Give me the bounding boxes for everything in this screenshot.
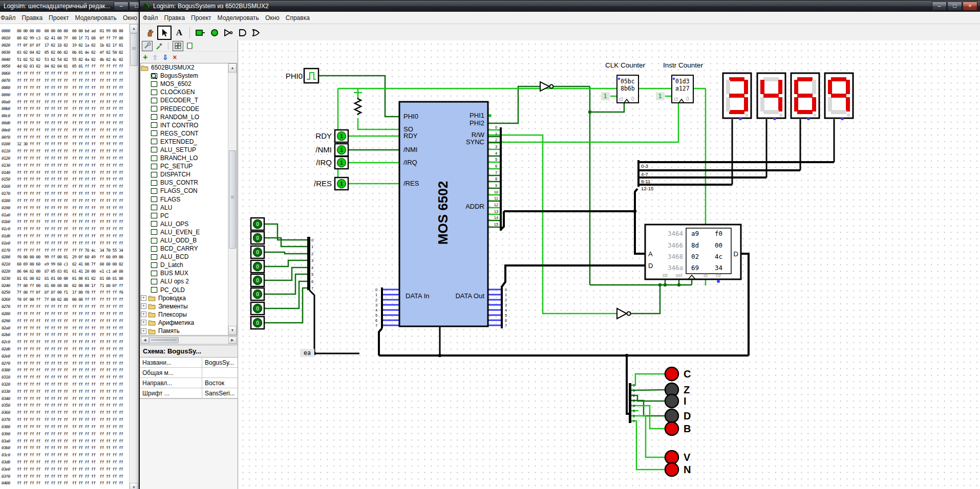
hex-row[interactable]: 022086 04 82 00 87 05 83 01 61 41 20 00 … [0, 268, 130, 275]
scrollbar-thumb[interactable] [149, 337, 179, 343]
move-down-button[interactable]: ⇩ [162, 54, 168, 61]
circuit-window-titlebar[interactable]: Logisim: BogusSystem из 6502BUSMUX2 – □ … [140, 1, 980, 12]
edit-tool-button[interactable] [157, 26, 172, 40]
attribute-value[interactable]: BogusSy... [202, 358, 238, 368]
maximize-button[interactable]: □ [129, 2, 139, 11]
hex-row[interactable]: 0110ff ff ff ff ff ff ff ff ff ff ff ff … [0, 148, 130, 155]
menu-Окно[interactable]: Окно [262, 13, 283, 23]
menu-Проект[interactable]: Проект [188, 13, 215, 23]
hex-row[interactable]: 02b0ff ff ff ff ff ff ff ff ff ff ff ff … [0, 331, 130, 339]
hex-row[interactable]: 0120ff ff ff ff ff ff ff ff ff ff ff ff … [0, 155, 130, 162]
add-circuit-button[interactable]: + [143, 53, 147, 62]
output-pin-tool-button[interactable] [208, 26, 221, 39]
attribute-value[interactable] [202, 368, 238, 378]
not-gate-tool-button[interactable] [222, 26, 236, 39]
attributes-table[interactable]: Названи...BogusSy...Общая м...Направл...… [140, 358, 238, 399]
simulation-view-button[interactable] [185, 41, 195, 51]
tree-circuit-D_Latch[interactable]: D_Latch [141, 261, 237, 269]
edit-layout-button[interactable] [142, 41, 153, 51]
tree-circuit-BCD_CARRY[interactable]: BCD_CARRY [141, 244, 237, 253]
tree-circuit-FLAGS[interactable]: FLAGS [141, 195, 237, 204]
menu-Файл[interactable]: Файл [0, 13, 19, 23]
hex-row[interactable]: 0140ff ff ff ff ff ff ff ff ff ff ff ff … [0, 169, 130, 176]
hex-row[interactable]: 0380ff ff ff ff ff ff ff ff ff ff ff ff … [0, 424, 130, 431]
hex-row[interactable]: 0180ff ff ff ff ff ff ff ff ff ff ff ff … [0, 197, 130, 205]
tree-circuit-ALU_EVEN_E[interactable]: ALU_EVEN_E [141, 228, 237, 236]
tree-circuit-ALU_ODD_B[interactable]: ALU_ODD_B [141, 236, 237, 244]
or-gate-tool-button[interactable] [251, 26, 264, 39]
tree-circuit-ALU_SETUP[interactable]: ALU_SETUP [141, 146, 237, 154]
menu-Окно[interactable]: Окно [120, 13, 139, 23]
hex-row[interactable]: 02507f 80 ff 0f 8f 8f 00 f1 1f 00 f0 ff … [0, 289, 130, 296]
text-tool-button[interactable]: A [173, 26, 186, 39]
hex-row[interactable]: 02407f 80 ff 00 01 00 80 80 02 00 00 1f … [0, 282, 130, 289]
hex-row[interactable]: 0330ff ff ff ff ff ff ff ff ff ff ff ff … [0, 388, 130, 395]
edit-appearance-button[interactable] [154, 41, 164, 51]
scroll-left-arrow[interactable]: ◀ [141, 337, 149, 344]
hex-row[interactable]: 0390ff ff ff ff ff ff ff ff ff ff ff ff … [0, 430, 130, 437]
menu-Моделировать[interactable]: Моделировать [215, 13, 262, 23]
hex-row[interactable]: 0070ff ff ff ff ff ff ff ff ff ff ff ff … [0, 77, 130, 84]
hex-row[interactable]: 02e0ff ff ff ff ff ff ff ff ff ff ff ff … [0, 352, 130, 360]
expander-icon[interactable]: + [141, 295, 146, 301]
hex-row[interactable]: 02a0ff ff ff ff ff ff ff ff ff ff ff ff … [0, 324, 130, 331]
hex-row[interactable]: 00a0ff ff ff ff ff ff ff ff ff ff ff ff … [0, 98, 130, 105]
expander-icon[interactable]: + [141, 320, 146, 325]
hex-row[interactable]: 0270ff ff ff ff ff ff ff ff ff ff ff ff … [0, 303, 130, 310]
hex-row[interactable]: 0260f0 0f 00 ff 7f 80 02 80 00 80 ff ff … [0, 296, 130, 303]
tree-circuit-PC_SETUP[interactable]: PC_SETUP [141, 162, 237, 170]
hex-row[interactable]: 000000 00 00 00 00 00 00 00 00 00 bd ad … [0, 28, 130, 35]
hex-row[interactable]: 03d0ff ff ff ff ff ff ff ff ff ff ff ff … [0, 459, 130, 466]
hex-dump[interactable]: 000000 00 00 00 00 00 00 00 00 00 bd ad … [0, 24, 130, 489]
hex-row[interactable]: 0360ff ff ff ff ff ff ff ff ff ff ff ff … [0, 409, 130, 416]
menu-Правка[interactable]: Правка [161, 13, 188, 23]
hex-row[interactable]: 01e0ff ff ff ff ff ff ff ff ff ff ff ff … [0, 239, 130, 247]
scroll-down-arrow[interactable]: ▼ [130, 483, 138, 489]
tree-circuit-BogusSystem[interactable]: BogusSystem [141, 72, 237, 80]
tree-circuit-ALU_OPS[interactable]: ALU_OPS [141, 220, 237, 228]
menu-Правка[interactable]: Правка [19, 13, 46, 23]
tree-root-6502BUSMUX2[interactable]: 6502BUSMUX2 [141, 63, 237, 72]
hex-row[interactable]: 0290ff ff ff ff ff ff ff ff ff ff ff ff … [0, 317, 130, 324]
hex-row[interactable]: 0300ff ff ff ff ff ff ff ff ff ff ff ff … [0, 367, 130, 374]
hex-row[interactable]: 001000 02 99 c3 82 41 00 7f 00 1f 71 80 … [0, 35, 130, 42]
hex-row[interactable]: 02f0ff ff ff ff ff ff ff ff ff ff ff ff … [0, 360, 130, 367]
tree-circuit-PC[interactable]: PC [141, 212, 237, 220]
tree-scrollbar[interactable]: ▲▼ [228, 63, 237, 335]
hex-row[interactable]: 0150ff ff ff ff ff ff ff ff ff ff ff ff … [0, 176, 130, 183]
hex-row[interactable]: 0340ff ff ff ff ff ff ff ff ff ff ff ff … [0, 395, 130, 402]
hex-row[interactable]: 00b0ff ff ff ff ff ff ff ff ff ff ff ff … [0, 105, 130, 113]
hex-row[interactable]: 0370ff ff ff ff ff ff ff ff ff ff ff ff … [0, 416, 130, 424]
clock-component[interactable] [304, 69, 318, 83]
tree-circuit-PREDECODE[interactable]: PREDECODE [141, 104, 237, 113]
tree-circuit-ALU_BCD[interactable]: ALU_BCD [141, 253, 237, 261]
close-button[interactable]: × [963, 2, 977, 11]
hex-row[interactable]: 003003 02 04 02 05 02 06 02 0b 01 4e 02 … [0, 49, 130, 56]
hex-row[interactable]: 01f0ff ff ff ff ff ff ff ff ff ff 78 4c … [0, 247, 130, 254]
attribute-value[interactable]: Восток [202, 378, 238, 388]
hex-window-titlebar[interactable]: Logisim: шестнадцатеричный редак... – □ … [0, 1, 139, 12]
tree-circuit-FLAGS_CON[interactable]: FLAGS_CON [141, 187, 237, 195]
menu-Проект[interactable]: Проект [46, 13, 72, 23]
maximize-button[interactable]: □ [947, 2, 962, 11]
hex-row[interactable]: 0190ff ff ff ff ff ff ff ff ff ff ff ff … [0, 204, 130, 211]
hex-row[interactable]: 0310ff ff ff ff ff ff ff ff ff ff ff ff … [0, 374, 130, 381]
circuit-canvas[interactable]: 0123456701234567891011121314150011223344… [238, 40, 980, 489]
tree-circuit-DISPATCH[interactable]: DISPATCH [141, 170, 237, 179]
hex-row[interactable]: 023081 01 80 02 81 01 80 00 01 00 01 02 … [0, 275, 130, 282]
hex-row[interactable]: 0160ff ff ff ff ff ff ff ff ff ff ff ff … [0, 183, 130, 190]
hex-row[interactable]: 0320ff ff ff ff ff ff ff ff ff ff ff ff … [0, 381, 130, 388]
probe-value[interactable]: ea [304, 349, 311, 357]
not-gate[interactable] [540, 82, 549, 91]
hex-row[interactable]: 0080ff ff ff ff ff ff ff ff ff ff ff ff … [0, 84, 130, 92]
hex-row[interactable]: 03c0ff ff ff ff ff ff ff ff ff ff ff ff … [0, 452, 130, 459]
project-tree[interactable]: 6502BUSMUX2BogusSystemMOS_6502CLOCKGENDE… [140, 63, 237, 336]
tree-circuit-BUS_CONTR[interactable]: BUS_CONTR [141, 179, 237, 187]
tree-circuit-REGS_CONT[interactable]: REGS_CONT [141, 129, 237, 138]
poke-tool-button[interactable] [143, 26, 156, 39]
and-gate-tool-button[interactable] [237, 26, 250, 39]
hex-row[interactable]: 00c0ff ff ff ff ff ff ff ff ff ff ff ff … [0, 113, 130, 120]
hex-scrollbar[interactable]: ▲ ▼ [129, 24, 138, 489]
menu-Моделировать[interactable]: Моделировать [72, 13, 120, 23]
move-up-button[interactable]: ⇧ [152, 54, 158, 61]
